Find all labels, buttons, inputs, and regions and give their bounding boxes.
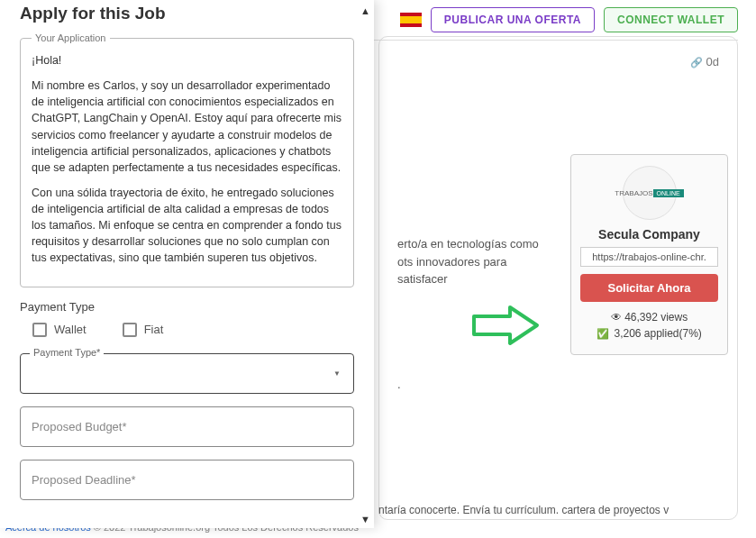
application-legend: Your Application	[32, 32, 110, 43]
job-desc-line3: .	[397, 378, 401, 391]
fiat-checkbox-label: Fiat	[144, 323, 164, 336]
payment-type-checkboxes: Wallet Fiat	[20, 323, 354, 337]
wallet-checkbox-label: Wallet	[54, 323, 87, 336]
payment-type-select-label: Payment Type*	[30, 347, 104, 358]
posted-age-badge: 0d	[690, 55, 719, 68]
connect-wallet-button[interactable]: CONNECT WALLET	[604, 7, 738, 32]
company-name: Secula Company	[580, 227, 718, 242]
modal-title: Apply for this Job	[20, 4, 354, 23]
fiat-checkbox[interactable]	[123, 323, 137, 337]
applied-label: applied	[644, 327, 679, 340]
job-desc-line1: erto/a en tecnologías como	[397, 237, 539, 251]
deadline-placeholder: Proposed Deadline*	[32, 473, 136, 487]
payment-type-label: Payment Type	[20, 300, 354, 314]
application-textarea[interactable]: ¡Hola! Mi nombre es Carlos, y soy un des…	[32, 52, 342, 267]
proposed-budget-input[interactable]: Proposed Budget*	[20, 406, 354, 447]
budget-placeholder: Proposed Budget*	[32, 420, 127, 433]
wallet-checkbox-item[interactable]: Wallet	[32, 323, 87, 337]
company-avatar: TRABAJOS ONLINE	[623, 166, 677, 220]
app-para-1: ¡Hola!	[32, 52, 342, 68]
applied-stat: ✅ 3,206 applied(7%)	[580, 327, 718, 340]
payment-type-select[interactable]: Payment Type*	[20, 353, 354, 394]
job-desc-line2: ots innovadores para satisfacer	[397, 255, 506, 287]
views-label: views	[660, 311, 688, 324]
scroll-up-icon[interactable]: ▲	[360, 5, 370, 16]
apply-now-button[interactable]: Solicitar Ahora	[580, 274, 718, 302]
company-url-field[interactable]: https://trabajos-online-chr.	[580, 247, 718, 267]
spain-flag-icon[interactable]	[400, 13, 422, 27]
applied-pct: (7%)	[679, 327, 702, 340]
job-bottom-text: ntaría conocerte. Envía tu currículum. c…	[378, 504, 738, 516]
app-para-2: Mi nombre es Carlos, y soy un desarrolla…	[32, 78, 342, 176]
company-card: TRABAJOS ONLINE Secula Company https://t…	[570, 154, 728, 355]
post-job-button[interactable]: PUBLICAR UNA OFERTA	[431, 7, 595, 32]
wallet-checkbox[interactable]	[32, 323, 47, 337]
views-stat: 👁 46,392 views	[580, 311, 718, 324]
eye-icon: 👁	[611, 311, 622, 324]
views-count: 46,392	[624, 311, 658, 324]
application-fieldset: Your Application ¡Hola! Mi nombre es Car…	[20, 32, 354, 287]
proposed-deadline-input[interactable]: Proposed Deadline*	[20, 460, 354, 500]
apply-modal: ▲ ▼ Apply for this Job Your Application …	[0, 0, 374, 528]
fiat-checkbox-item[interactable]: Fiat	[123, 323, 164, 337]
scroll-down-icon[interactable]: ▼	[360, 514, 370, 524]
avatar-text-right: ONLINE	[653, 189, 684, 197]
avatar-text-left: TRABAJOS	[615, 189, 652, 197]
green-arrow-icon	[469, 303, 542, 348]
check-icon: ✅	[597, 328, 609, 339]
applied-count: 3,206	[614, 327, 641, 340]
job-detail-container: 0d erto/a en tecnologías como ots innova…	[378, 36, 738, 520]
app-para-3: Con una sólida trayectoria de éxito, he …	[32, 185, 342, 267]
